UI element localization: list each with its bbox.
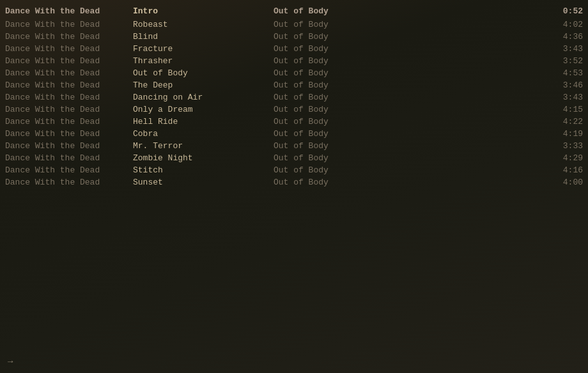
header-album: Out of Body [274, 6, 545, 16]
track-album: Out of Body [274, 93, 545, 102]
track-album: Out of Body [274, 165, 545, 175]
track-row[interactable]: Dance With the DeadThrasherOut of Body3:… [0, 55, 588, 67]
track-artist: Dance With the Dead [5, 93, 133, 102]
track-duration: 4:19 [545, 129, 583, 139]
track-duration: 4:00 [545, 178, 583, 187]
track-row[interactable]: Dance With the DeadOnly a DreamOut of Bo… [0, 103, 588, 116]
track-row[interactable]: Dance With the DeadHell RideOut of Body4… [0, 116, 588, 128]
track-list-header: Dance With the Dead Intro Out of Body 0:… [0, 5, 588, 17]
track-row[interactable]: Dance With the DeadZombie NightOut of Bo… [0, 152, 588, 164]
track-album: Out of Body [274, 20, 545, 29]
track-album: Out of Body [274, 178, 545, 187]
track-duration: 4:29 [545, 153, 583, 163]
track-artist: Dance With the Dead [5, 165, 133, 175]
track-album: Out of Body [274, 56, 545, 66]
track-album: Out of Body [274, 80, 545, 90]
track-row[interactable]: Dance With the DeadOut of BodyOut of Bod… [0, 67, 588, 79]
track-artist: Dance With the Dead [5, 32, 133, 42]
track-album: Out of Body [274, 32, 545, 42]
track-album: Out of Body [274, 129, 545, 139]
track-duration: 3:52 [545, 56, 583, 66]
track-duration: 4:16 [545, 165, 583, 175]
track-title: Dancing on Air [133, 93, 274, 102]
track-title: Cobra [133, 129, 274, 139]
header-artist: Dance With the Dead [5, 6, 133, 16]
track-artist: Dance With the Dead [5, 153, 133, 163]
header-title: Intro [133, 6, 274, 16]
track-artist: Dance With the Dead [5, 68, 133, 78]
track-row[interactable]: Dance With the DeadDancing on AirOut of … [0, 91, 588, 103]
track-artist: Dance With the Dead [5, 56, 133, 66]
track-row[interactable]: Dance With the DeadStitchOut of Body4:16 [0, 164, 588, 176]
track-album: Out of Body [274, 105, 545, 114]
track-duration: 4:53 [545, 68, 583, 78]
track-row[interactable]: Dance With the DeadFractureOut of Body3:… [0, 43, 588, 55]
track-artist: Dance With the Dead [5, 105, 133, 114]
track-duration: 3:33 [545, 141, 583, 151]
track-album: Out of Body [274, 44, 545, 54]
track-artist: Dance With the Dead [5, 80, 133, 90]
track-artist: Dance With the Dead [5, 44, 133, 54]
track-duration: 4:36 [545, 32, 583, 42]
track-title: Out of Body [133, 68, 274, 78]
track-album: Out of Body [274, 117, 545, 126]
track-title: Mr. Terror [133, 141, 274, 151]
track-duration: 3:43 [545, 93, 583, 102]
track-duration: 4:22 [545, 117, 583, 126]
track-row[interactable]: Dance With the DeadCobraOut of Body4:19 [0, 128, 588, 140]
track-album: Out of Body [274, 141, 545, 151]
track-album: Out of Body [274, 68, 545, 78]
track-row[interactable]: Dance With the DeadSunsetOut of Body4:00 [0, 176, 588, 188]
track-duration: 3:46 [545, 80, 583, 90]
track-artist: Dance With the Dead [5, 178, 133, 187]
track-row[interactable]: Dance With the DeadThe DeepOut of Body3:… [0, 79, 588, 91]
track-title: The Deep [133, 80, 274, 90]
track-album: Out of Body [274, 153, 545, 163]
bottom-arrow: → [8, 356, 13, 367]
track-row[interactable]: Dance With the DeadBlindOut of Body4:36 [0, 31, 588, 43]
track-duration: 4:15 [545, 105, 583, 114]
track-title: Hell Ride [133, 117, 274, 126]
track-list: Dance With the Dead Intro Out of Body 0:… [0, 0, 588, 194]
track-duration: 4:02 [545, 20, 583, 29]
track-title: Robeast [133, 20, 274, 29]
header-duration: 0:52 [545, 6, 583, 16]
track-title: Stitch [133, 165, 274, 175]
track-duration: 3:43 [545, 44, 583, 54]
track-artist: Dance With the Dead [5, 117, 133, 126]
track-artist: Dance With the Dead [5, 129, 133, 139]
track-row[interactable]: Dance With the DeadMr. TerrorOut of Body… [0, 140, 588, 152]
track-row[interactable]: Dance With the DeadRobeastOut of Body4:0… [0, 19, 588, 31]
track-title: Zombie Night [133, 153, 274, 163]
track-title: Thrasher [133, 56, 274, 66]
track-title: Fracture [133, 44, 274, 54]
track-title: Only a Dream [133, 105, 274, 114]
track-artist: Dance With the Dead [5, 20, 133, 29]
track-title: Blind [133, 32, 274, 42]
track-artist: Dance With the Dead [5, 141, 133, 151]
track-title: Sunset [133, 178, 274, 187]
